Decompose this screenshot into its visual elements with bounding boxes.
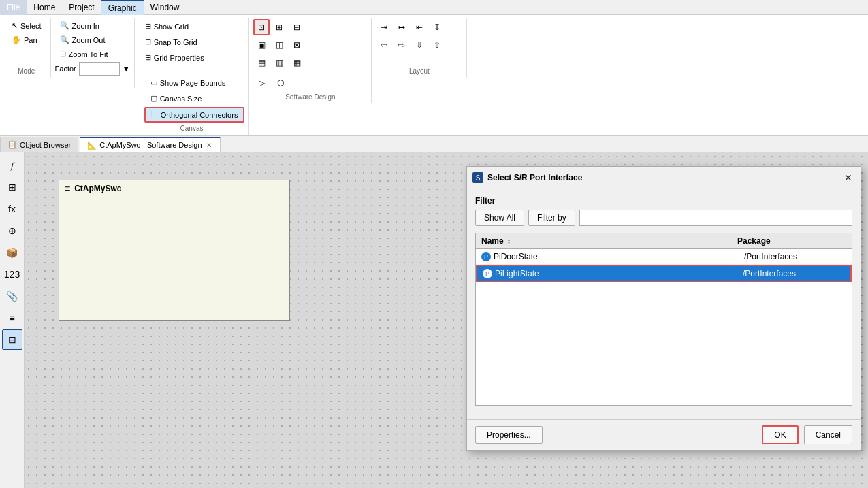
hand-icon: ✋ xyxy=(12,35,21,44)
footer-right: OK Cancel xyxy=(762,425,852,444)
menu-project[interactable]: Project xyxy=(62,0,101,15)
sd-icon-2[interactable]: ⊞ xyxy=(271,19,287,35)
sd-icon-7[interactable]: ▤ xyxy=(253,54,270,71)
sd-group-content: ⊡ ⊞ ⊟ ▣ ◫ ⊠ ▤ ▥ ▦ ▷ ⬡ xyxy=(253,19,367,102)
row2-package: /PortInterfaces xyxy=(743,269,845,278)
tool-numbers[interactable]: 123 xyxy=(2,264,22,284)
design-canvas: ≡ CtApMySwc S Select S/R Port Interface … xyxy=(25,152,868,488)
grid-properties-button[interactable]: ⊞ Grid Properties xyxy=(139,50,245,65)
tool-table[interactable]: ⊞ xyxy=(2,177,22,197)
zoom-out-button[interactable]: 🔍 Zoom Out xyxy=(55,33,130,46)
layout-row-1: ⇥ ↦ ⇤ ↧ xyxy=(376,19,445,35)
sd-icon-3[interactable]: ⊟ xyxy=(289,19,305,35)
layout-icons: ⇥ ↦ ⇤ ↧ ⇦ ⇨ ⇩ ⇧ xyxy=(376,19,445,53)
col-name-header: Name ↕ xyxy=(481,236,737,246)
show-page-bounds-button[interactable]: ▭ Show Page Bounds xyxy=(144,76,245,90)
ok-button[interactable]: OK xyxy=(762,425,798,444)
sd-icon-1[interactable]: ⊡ xyxy=(253,19,270,35)
properties-button[interactable]: Properties... xyxy=(475,426,543,444)
dialog-table: Name ↕ Package P PiDoorState /PortInterf… xyxy=(475,233,852,406)
tool-fx[interactable]: fx xyxy=(2,199,22,219)
ribbon-group-layout: ⇥ ↦ ⇤ ↧ ⇦ ⇨ ⇩ ⇧ Layout xyxy=(372,18,467,78)
canvas-size-button[interactable]: ▢ Canvas Size xyxy=(144,91,245,105)
row2-name: PiLightState xyxy=(495,269,740,278)
mode-group-content: ↖ Select ✋ Pan xyxy=(7,19,46,57)
menu-file[interactable]: File xyxy=(0,0,27,15)
page-bounds-icon: ▭ xyxy=(150,78,157,87)
layout-label: Layout xyxy=(372,67,466,75)
zoom-group-content: 🔍 Zoom In 🔍 Zoom Out ⊡ Zoom To Fit Facto… xyxy=(55,19,130,86)
tool-grid2[interactable]: ⊟ xyxy=(2,329,22,350)
sd-icon-4[interactable]: ▣ xyxy=(253,37,270,53)
tool-formula[interactable]: 𝑓 xyxy=(2,155,22,176)
table-empty-area xyxy=(476,282,852,405)
canvas-size-icon: ▢ xyxy=(150,94,157,103)
filter-by-button[interactable]: Filter by xyxy=(528,210,575,226)
sd-icon-5[interactable]: ◫ xyxy=(271,37,287,53)
dialog-footer: Properties... OK Cancel xyxy=(467,419,861,450)
sd-icon-extra[interactable]: ⬡ xyxy=(272,75,289,91)
col-package-header: Package xyxy=(737,236,846,246)
menu-bar: File Home Project Graphic Window xyxy=(0,0,868,15)
show-grid-button[interactable]: ⊞ Show Grid xyxy=(139,19,245,33)
menu-graphic[interactable]: Graphic xyxy=(101,0,144,15)
sd-icon-6[interactable]: ⊠ xyxy=(289,37,305,53)
layout-icon-3[interactable]: ⇤ xyxy=(411,19,428,35)
ribbon-group-mode: ↖ Select ✋ Pan Mode xyxy=(3,18,51,78)
grid-props-icon: ⊞ xyxy=(145,53,151,62)
tab-design[interactable]: 📐 CtApMySwc - Software Design ✕ xyxy=(80,137,220,152)
dialog-close-button[interactable]: ✕ xyxy=(841,171,855,184)
snap-to-grid-button[interactable]: ⊟ Snap To Grid xyxy=(139,35,245,49)
factor-label: Factor xyxy=(55,65,76,73)
sd-icon-10[interactable]: ▷ xyxy=(253,75,270,91)
layout-icon-7[interactable]: ⇩ xyxy=(411,37,428,53)
canvas-label: Canvas xyxy=(135,125,249,132)
menu-home[interactable]: Home xyxy=(27,0,62,15)
menu-window[interactable]: Window xyxy=(144,0,187,15)
layout-icon-2[interactable]: ↦ xyxy=(393,19,410,35)
zoom-in-button[interactable]: 🔍 Zoom In xyxy=(55,19,130,32)
factor-input[interactable] xyxy=(79,62,120,76)
ribbon-group-canvas: ⊞ Show Grid ⊟ Snap To Grid ⊞ Grid Proper… xyxy=(135,18,250,135)
left-toolbar: 𝑓 ⊞ fx ⊕ 📦 123 📎 ≡ ⊟ xyxy=(0,152,25,488)
factor-dropdown-icon[interactable]: ▼ xyxy=(123,65,130,73)
footer-left: Properties... xyxy=(475,426,543,444)
pan-button[interactable]: ✋ Pan xyxy=(7,33,46,46)
layout-icon-6[interactable]: ⇨ xyxy=(393,37,410,53)
row1-package: /PortInterfaces xyxy=(744,252,846,261)
layout-icon-8[interactable]: ⇧ xyxy=(429,37,445,53)
mode-label: Mode xyxy=(3,67,50,75)
row1-name: PiDoorState xyxy=(494,252,741,261)
ribbon-content: ↖ Select ✋ Pan Mode 🔍 Zoom In 🔍 Zoom O xyxy=(0,15,868,135)
layout-icon-4[interactable]: ↧ xyxy=(429,19,445,35)
select-sr-port-dialog: S Select S/R Port Interface ✕ Filter Sho… xyxy=(466,166,861,451)
sd-icon-9[interactable]: ▦ xyxy=(289,54,305,71)
layout-icon-1[interactable]: ⇥ xyxy=(376,19,392,35)
grid-icon: ⊞ xyxy=(145,22,151,31)
main-area: 𝑓 ⊞ fx ⊕ 📦 123 📎 ≡ ⊟ ≡ CtApMySwc S Selec… xyxy=(0,152,868,488)
table-row-1[interactable]: P PiDoorState /PortInterfaces xyxy=(476,249,852,265)
tool-arrow[interactable]: ⊕ xyxy=(2,221,22,241)
dialog-overlay: S Select S/R Port Interface ✕ Filter Sho… xyxy=(25,152,868,488)
tool-list[interactable]: ≡ xyxy=(2,308,22,328)
layout-icon-5[interactable]: ⇦ xyxy=(376,37,392,53)
sd-icon-8[interactable]: ▥ xyxy=(271,54,287,71)
dialog-title-icon: S xyxy=(472,172,483,183)
layout-row-2: ⇦ ⇨ ⇩ ⇧ xyxy=(376,37,445,53)
object-browser-icon: 📋 xyxy=(7,140,17,149)
ribbon: ↖ Select ✋ Pan Mode 🔍 Zoom In 🔍 Zoom O xyxy=(0,15,868,136)
orthogonal-connectors-button[interactable]: ⊢ Orthogonal Connectors xyxy=(144,107,245,123)
row1-icon: P xyxy=(481,252,491,261)
tab-object-browser[interactable]: 📋 Object Browser xyxy=(0,137,78,152)
show-all-button[interactable]: Show All xyxy=(475,210,524,226)
filter-input[interactable] xyxy=(579,210,852,226)
tool-clip[interactable]: 📎 xyxy=(2,286,22,306)
zoom-to-fit-button[interactable]: ⊡ Zoom To Fit xyxy=(55,48,130,61)
connectors-icon: ⊢ xyxy=(151,110,158,119)
row2-icon: P xyxy=(483,269,492,278)
cancel-button[interactable]: Cancel xyxy=(804,425,852,444)
tab-close-design[interactable]: ✕ xyxy=(205,142,213,149)
tool-component[interactable]: 📦 xyxy=(2,242,22,263)
table-row-2[interactable]: P PiLightState /PortInterfaces xyxy=(476,265,852,282)
select-button[interactable]: ↖ Select xyxy=(7,19,46,32)
